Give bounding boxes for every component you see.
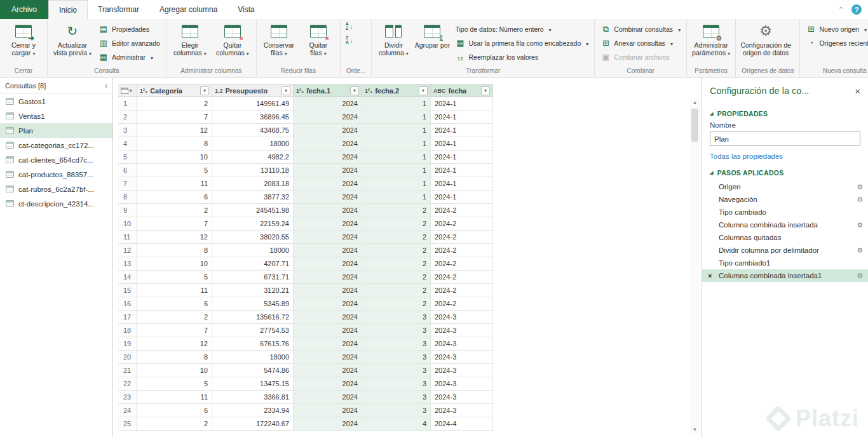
grid-cell[interactable]: 2024 [294,337,362,351]
vertical-scrollbar[interactable]: ▲ ▼ [690,98,700,434]
grid-cell[interactable]: 2024-2 [431,284,493,297]
grid-cell[interactable]: 2024-3 [431,351,493,364]
applied-step[interactable]: Columnas quitadas [702,231,868,244]
grid-cell[interactable]: 2024 [294,97,362,111]
grid-cell[interactable]: 6 [137,191,212,204]
grid-cell[interactable]: 2024-1 [431,137,493,151]
grid-cell[interactable]: 245451.98 [212,204,294,217]
scrollbar-track[interactable] [690,107,700,425]
scroll-up-icon[interactable]: ▲ [690,98,700,107]
row-number-cell[interactable]: 11 [118,231,137,244]
grid-cell[interactable]: 2024-2 [431,297,493,311]
step-settings-gear-icon[interactable]: ⚙ [857,272,863,280]
grid-cell[interactable]: 2024-3 [431,311,493,324]
step-settings-gear-icon[interactable]: ⚙ [857,196,863,204]
grid-cell[interactable]: 2 [137,417,212,431]
grid-cell[interactable]: 2024-3 [431,337,493,351]
query-item[interactable]: cat-clientes_654cd7c... [0,152,112,167]
grid-cell[interactable]: 2024-2 [431,244,493,257]
applied-step[interactable]: Tipo cambiado1 [702,257,868,269]
row-number-cell[interactable]: 4 [118,137,137,151]
menu-tab-agregar-columna[interactable]: Agregar columna [149,0,227,19]
keep-rows-button[interactable]: Conservar filas [260,20,298,65]
choose-columns-button[interactable]: Elegir columnas [170,20,210,65]
manage-parameters-button[interactable]: ⚙ Administrar parámetros [690,20,732,65]
column-header-fecha.1[interactable]: 1²₃fecha.1▾ [294,84,362,97]
row-number-cell[interactable]: 13 [118,257,137,271]
grid-cell[interactable]: 2024 [294,164,362,177]
grid-cell[interactable]: 3 [362,404,431,417]
grid-cell[interactable]: 172240.67 [212,417,294,431]
sort-descending-button[interactable]: ZA↓ [344,34,355,47]
grid-cell[interactable]: 2 [362,271,431,284]
row-number-cell[interactable]: 2 [118,111,137,124]
grid-cell[interactable]: 1 [362,151,431,164]
grid-cell[interactable]: 4 [362,417,431,431]
column-header-Categoría[interactable]: 1²₃Categoría▾ [137,84,212,97]
grid-cell[interactable]: 7 [137,217,212,231]
grid-cell[interactable]: 2024-1 [431,111,493,124]
remove-rows-button[interactable]: × Quitar filas [300,20,337,65]
grid-cell[interactable]: 6731.71 [212,271,294,284]
row-number-cell[interactable]: 3 [118,124,137,137]
grid-cell[interactable]: 8 [137,244,212,257]
grid-cell[interactable]: 2024-4 [431,417,493,431]
applied-step[interactable]: ×Columna combinada insertada1⚙ [702,269,868,282]
applied-step[interactable]: Tipo cambiado [702,206,868,218]
column-header-Presupuesto[interactable]: 1.2Presupuesto▾ [212,84,294,97]
grid-cell[interactable]: 2024-3 [431,364,493,377]
help-icon[interactable]: ? [851,4,862,15]
grid-cell[interactable]: 11 [137,391,212,404]
grid-cell[interactable]: 6 [137,297,212,311]
collapse-queries-pane-icon[interactable]: ‹ [105,81,107,90]
menu-tab-vista[interactable]: Vista [227,0,264,19]
grid-cell[interactable]: 3 [362,391,431,404]
close-panel-icon[interactable]: × [855,86,860,96]
grid-cell[interactable]: 8 [137,137,212,151]
query-item[interactable]: Gastos1 [0,94,112,109]
grid-cell[interactable]: 2024-1 [431,151,493,164]
filter-dropdown-icon[interactable]: ▾ [419,86,428,95]
applied-step[interactable]: Origen⚙ [702,180,868,193]
filter-dropdown-icon[interactable]: ▾ [350,86,359,95]
grid-cell[interactable]: 38020.55 [212,231,294,244]
grid-cell[interactable]: 67615.76 [212,337,294,351]
row-number-cell[interactable]: 15 [118,284,137,297]
row-number-cell[interactable]: 23 [118,391,137,404]
grid-cell[interactable]: 43468.75 [212,124,294,137]
grid-cell[interactable]: 2024-3 [431,324,493,337]
grid-cell[interactable]: 18000 [212,351,294,364]
grid-cell[interactable]: 3 [362,337,431,351]
query-item[interactable]: ct-descripcion_42314... [0,196,112,211]
grid-cell[interactable]: 2024 [294,271,362,284]
grid-cell[interactable]: 2024-1 [431,164,493,177]
grid-cell[interactable]: 1 [362,111,431,124]
grid-cell[interactable]: 2024 [294,257,362,271]
grid-cell[interactable]: 2 [362,231,431,244]
grid-cell[interactable]: 2024-2 [431,271,493,284]
grid-cell[interactable]: 2024-3 [431,391,493,404]
grid-cell[interactable]: 8 [137,351,212,364]
row-number-cell[interactable]: 22 [118,377,137,391]
row-number-cell[interactable]: 5 [118,151,137,164]
step-settings-gear-icon[interactable]: ⚙ [857,246,863,255]
data-type-button[interactable]: Tipo de datos: Número entero [452,22,591,36]
row-number-cell[interactable]: 14 [118,271,137,284]
step-settings-gear-icon[interactable]: ⚙ [857,183,863,191]
scroll-down-icon[interactable]: ▼ [690,425,700,434]
column-header-fecha.2[interactable]: 1²₃fecha.2▾ [362,84,431,97]
grid-cell[interactable]: 11 [137,177,212,191]
row-number-cell[interactable]: 1 [118,97,137,111]
grid-cell[interactable]: 36896.45 [212,111,294,124]
row-number-cell[interactable]: 18 [118,324,137,337]
grid-cell[interactable]: 12 [137,337,212,351]
query-item[interactable]: cat-rubros_6c2a27bf-... [0,182,112,196]
grid-cell[interactable]: 13475.15 [212,377,294,391]
collapse-ribbon-icon[interactable]: ⌃ [838,6,844,14]
replace-values-button[interactable]: ₁₂ Reemplazar los valores [452,50,591,64]
grid-cell[interactable]: 1 [362,164,431,177]
grid-cell[interactable]: 13110.18 [212,164,294,177]
grid-cell[interactable]: 1 [362,177,431,191]
grid-cell[interactable]: 11 [137,284,212,297]
grid-cell[interactable]: 2024 [294,217,362,231]
